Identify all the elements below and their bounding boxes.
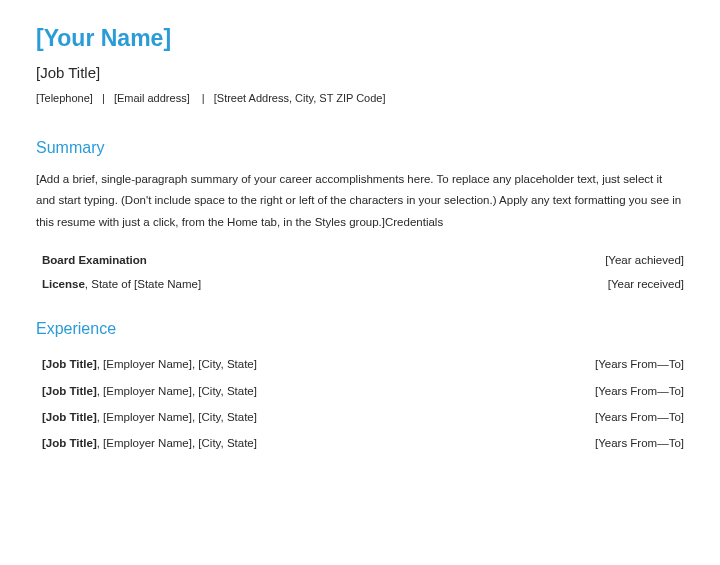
experience-row: [Job Title], [Employer Name], [City, Sta…	[42, 408, 684, 426]
separator: |	[102, 92, 105, 104]
experience-years: [Years From—To]	[575, 382, 684, 400]
name-heading: [Your Name]	[36, 20, 684, 57]
credential-label: Board Examination	[42, 251, 585, 269]
experience-title: [Job Title]	[42, 437, 97, 449]
experience-title: [Job Title]	[42, 385, 97, 397]
experience-label: [Job Title], [Employer Name], [City, Sta…	[42, 382, 575, 400]
experience-detail: , [Employer Name], [City, State]	[97, 385, 257, 397]
experience-years: [Years From—To]	[575, 408, 684, 426]
credential-year: [Year received]	[588, 275, 684, 293]
experience-years: [Years From—To]	[575, 434, 684, 452]
credential-label: License, State of [State Name]	[42, 275, 588, 293]
experience-row: [Job Title], [Employer Name], [City, Sta…	[42, 434, 684, 452]
experience-row: [Job Title], [Employer Name], [City, Sta…	[42, 355, 684, 373]
credential-year: [Year achieved]	[585, 251, 684, 269]
credential-row: License, State of [State Name] [Year rec…	[42, 275, 684, 293]
experience-label: [Job Title], [Employer Name], [City, Sta…	[42, 355, 575, 373]
experience-title: [Job Title]	[42, 358, 97, 370]
telephone: [Telephone]	[36, 92, 93, 104]
experience-detail: , [Employer Name], [City, State]	[97, 411, 257, 423]
experience-label: [Job Title], [Employer Name], [City, Sta…	[42, 408, 575, 426]
experience-row: [Job Title], [Employer Name], [City, Sta…	[42, 382, 684, 400]
experience-heading: Experience	[36, 316, 684, 342]
credential-name: License	[42, 278, 85, 290]
summary-text: [Add a brief, single-paragraph summary o…	[36, 169, 684, 233]
summary-heading: Summary	[36, 135, 684, 161]
experience-title: [Job Title]	[42, 411, 97, 423]
email: [Email address]	[114, 92, 190, 104]
job-title: [Job Title]	[36, 61, 684, 85]
experience-years: [Years From—To]	[575, 355, 684, 373]
experience-detail: , [Employer Name], [City, State]	[97, 358, 257, 370]
credential-row: Board Examination [Year achieved]	[42, 251, 684, 269]
credentials-block: Board Examination [Year achieved] Licens…	[36, 251, 684, 294]
separator: |	[199, 92, 205, 104]
experience-block: [Job Title], [Employer Name], [City, Sta…	[36, 355, 684, 453]
credential-name: Board Examination	[42, 254, 147, 266]
experience-label: [Job Title], [Employer Name], [City, Sta…	[42, 434, 575, 452]
address: [Street Address, City, ST ZIP Code]	[214, 92, 386, 104]
credential-extra: , State of [State Name]	[85, 278, 201, 290]
contact-line: [Telephone] | [Email address] | [Street …	[36, 90, 684, 108]
experience-detail: , [Employer Name], [City, State]	[97, 437, 257, 449]
